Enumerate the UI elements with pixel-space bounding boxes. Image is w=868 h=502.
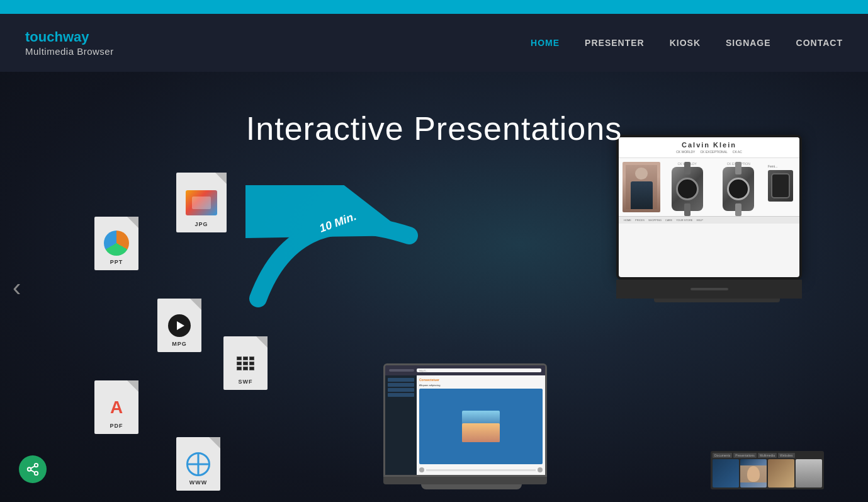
svg-point-4 [35, 472, 38, 476]
file-icon-www: WWW [176, 437, 220, 491]
file-icon-mpg: MPG [157, 299, 201, 352]
hero-section: ‹ Interactive Presentations PPT JPG MP [0, 72, 868, 502]
nav-kiosk[interactable]: KIOSK [670, 38, 701, 48]
svg-point-3 [28, 467, 31, 471]
laptop-mockup: http://... Consectetuer Aliquam adipisci… [383, 363, 560, 502]
prev-slide-button[interactable]: ‹ [13, 273, 21, 301]
logo-brand: touchway [25, 29, 114, 45]
file-icon-pdf: A PDF [94, 380, 138, 434]
logo-touch: touch [25, 29, 63, 45]
file-icon-jpg: JPG [176, 173, 227, 232]
main-nav: HOME PRESENTER KIOSK SIGNAGE CONTACT [531, 38, 843, 48]
share-icon [26, 462, 40, 476]
nav-signage[interactable]: SIGNAGE [726, 38, 771, 48]
big-screen-mockup: Calvin Klein CK WORLDY CK EXCEPTIONAL CK… [616, 135, 818, 311]
share-button[interactable] [19, 455, 47, 483]
top-accent-bar [0, 0, 868, 14]
hero-title: Interactive Presentations [246, 110, 622, 147]
nav-home[interactable]: HOME [531, 38, 560, 48]
logo-subtitle: Multimedia Browser [25, 46, 114, 57]
file-icon-ppt: PPT [94, 217, 138, 270]
logo[interactable]: touchway Multimedia Browser [25, 29, 114, 56]
header: touchway Multimedia Browser HOME PRESENT… [0, 14, 868, 72]
logo-way: way [63, 29, 89, 45]
file-icon-swf: SWF [223, 336, 268, 390]
svg-line-5 [31, 470, 35, 472]
nav-contact[interactable]: CONTACT [796, 38, 843, 48]
bottom-screens: Documents Presentations Multimedia Websi… [711, 451, 824, 489]
nav-presenter[interactable]: PRESENTER [585, 38, 645, 48]
svg-line-6 [31, 466, 35, 469]
curved-arrow: 10 Min. [245, 185, 434, 324]
svg-point-2 [35, 464, 38, 467]
